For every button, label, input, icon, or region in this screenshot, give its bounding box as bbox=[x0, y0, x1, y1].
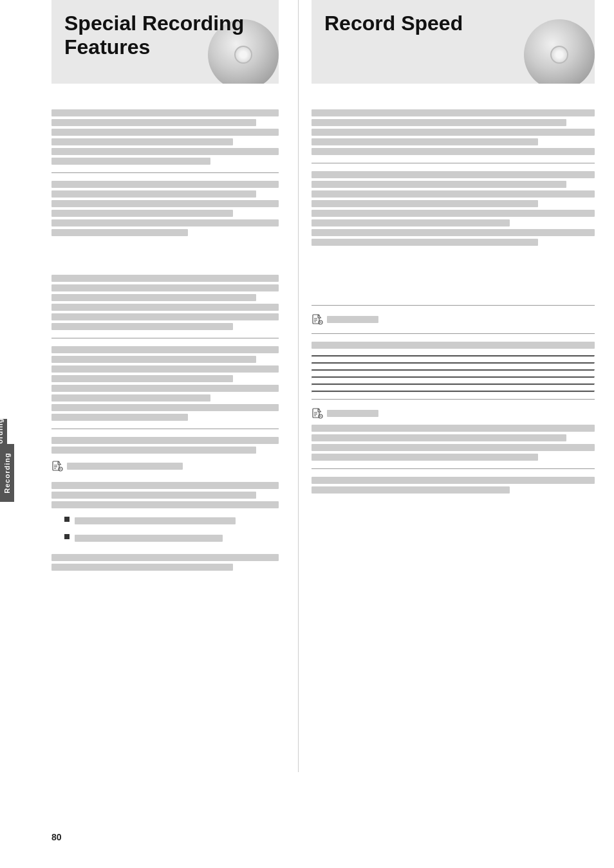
right-column: Record Speed bbox=[298, 0, 614, 772]
text-line bbox=[51, 284, 279, 291]
divider-bold bbox=[312, 369, 595, 371]
text-line bbox=[312, 229, 595, 236]
divider bbox=[312, 163, 595, 163]
text-line bbox=[51, 375, 233, 382]
divider-bold bbox=[312, 362, 595, 364]
divider bbox=[51, 429, 279, 429]
text-line bbox=[312, 109, 595, 116]
left-section-5 bbox=[51, 437, 279, 454]
left-section-7 bbox=[51, 554, 279, 571]
text-line bbox=[312, 342, 595, 349]
text-line bbox=[312, 181, 566, 188]
left-section-2 bbox=[51, 181, 279, 236]
text-line bbox=[51, 365, 279, 373]
right-note-row-2 bbox=[312, 407, 595, 420]
left-section-6 bbox=[51, 482, 279, 508]
text-line bbox=[51, 501, 279, 508]
note-icon-right-1 bbox=[312, 314, 323, 326]
text-line bbox=[312, 200, 538, 207]
text-line bbox=[51, 482, 279, 489]
text-line bbox=[51, 229, 188, 236]
text-line bbox=[51, 294, 256, 301]
text-line bbox=[51, 323, 233, 330]
text-line bbox=[312, 219, 510, 226]
left-bullet-2 bbox=[64, 532, 279, 544]
text-line bbox=[75, 517, 236, 524]
text-line bbox=[51, 394, 210, 402]
text-line bbox=[51, 564, 233, 571]
text-line bbox=[51, 190, 256, 198]
right-section-5 bbox=[312, 477, 595, 494]
text-line bbox=[51, 200, 279, 207]
text-line bbox=[51, 346, 279, 353]
note-icon-left bbox=[51, 461, 63, 472]
right-header-box: Record Speed bbox=[312, 0, 595, 84]
text-line bbox=[312, 210, 595, 217]
divider bbox=[312, 468, 595, 469]
right-section-3 bbox=[312, 342, 595, 349]
text-line bbox=[51, 129, 279, 136]
left-section-3 bbox=[51, 275, 279, 330]
right-note-row-1 bbox=[312, 313, 595, 326]
note-icon-right-2 bbox=[312, 408, 323, 420]
text-line bbox=[312, 444, 595, 451]
text-line bbox=[312, 434, 566, 441]
text-line bbox=[312, 171, 595, 178]
divider-bold bbox=[312, 391, 595, 392]
bullet-icon bbox=[64, 534, 70, 539]
text-line bbox=[51, 447, 256, 454]
text-line bbox=[312, 425, 595, 432]
divider-bold bbox=[312, 376, 595, 378]
text-line bbox=[51, 313, 279, 320]
text-line bbox=[51, 385, 279, 392]
bullet-text bbox=[75, 515, 236, 527]
divider bbox=[312, 305, 595, 306]
right-header-title: Record Speed bbox=[324, 12, 463, 35]
left-section-4 bbox=[51, 346, 279, 421]
right-section-4 bbox=[312, 425, 595, 461]
divider bbox=[312, 333, 595, 334]
right-note-content-2 bbox=[327, 407, 378, 420]
text-line bbox=[312, 239, 538, 246]
left-section-1 bbox=[51, 109, 279, 165]
text-line bbox=[51, 138, 233, 145]
text-line bbox=[51, 404, 279, 411]
divider bbox=[51, 172, 279, 173]
text-line bbox=[51, 219, 279, 226]
left-bullet-1 bbox=[64, 515, 279, 527]
text-line bbox=[312, 190, 595, 198]
text-line bbox=[51, 148, 279, 155]
text-line bbox=[312, 477, 595, 484]
left-content bbox=[51, 84, 279, 571]
text-line bbox=[327, 316, 378, 323]
divider-bold bbox=[312, 383, 595, 385]
left-note-row bbox=[51, 460, 279, 472]
text-line bbox=[51, 356, 256, 363]
text-line bbox=[312, 119, 566, 126]
left-column: Special RecordingFeatures bbox=[0, 0, 298, 772]
spacer bbox=[312, 252, 595, 297]
text-line bbox=[312, 454, 538, 461]
text-line bbox=[51, 210, 233, 217]
divider bbox=[51, 338, 279, 338]
left-header-box: Special RecordingFeatures bbox=[51, 0, 279, 84]
text-line bbox=[51, 414, 188, 421]
left-note-content bbox=[67, 460, 183, 472]
text-line bbox=[75, 535, 223, 542]
text-line bbox=[67, 463, 183, 470]
right-section-1 bbox=[312, 109, 595, 155]
right-section-2 bbox=[312, 171, 595, 246]
text-line bbox=[312, 486, 510, 494]
text-line bbox=[51, 304, 279, 311]
sidebar-recording-tab: Recording bbox=[0, 444, 14, 502]
text-line bbox=[312, 129, 595, 136]
page-number: 80 bbox=[51, 832, 62, 842]
text-line bbox=[51, 437, 279, 444]
disc-decoration-right bbox=[524, 19, 595, 84]
text-line bbox=[312, 148, 595, 155]
text-line bbox=[51, 181, 279, 188]
bullet-text bbox=[75, 532, 223, 544]
right-content bbox=[312, 84, 595, 494]
text-line bbox=[51, 158, 210, 165]
divider bbox=[312, 399, 595, 400]
